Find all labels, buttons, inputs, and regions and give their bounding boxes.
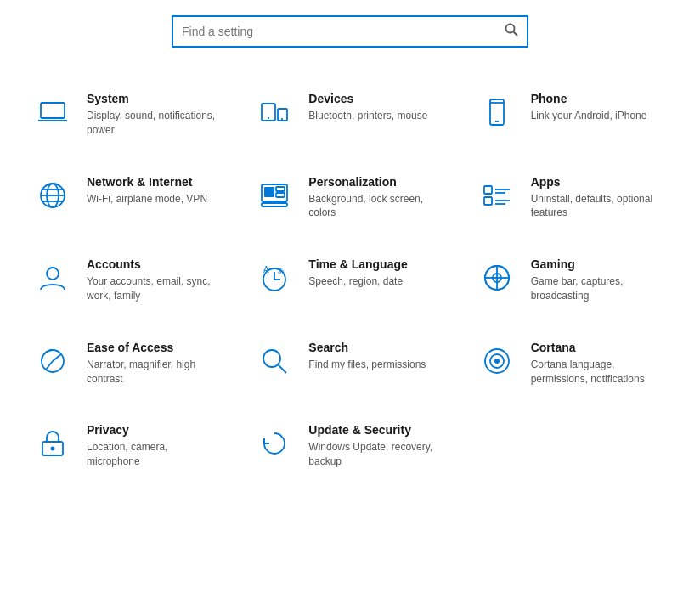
search-bar[interactable]: [172, 15, 528, 48]
laptop-icon: [32, 92, 73, 133]
settings-item-phone[interactable]: Phone Link your Android, iPhone: [461, 73, 683, 156]
update-subtitle: Windows Update, recovery, backup: [308, 440, 445, 469]
settings-item-cortana[interactable]: Cortana Cortana language, permissions, n…: [461, 322, 683, 405]
time-subtitle: Speech, region, date: [308, 274, 407, 289]
svg-line-40: [53, 354, 61, 361]
svg-rect-2: [41, 103, 65, 118]
search-title: Search: [308, 341, 426, 354]
apps-icon: [477, 175, 517, 216]
svg-point-28: [47, 268, 59, 280]
cortana-title: Cortana: [531, 341, 668, 354]
svg-point-42: [263, 350, 280, 367]
network-title: Network & Internet: [87, 175, 207, 189]
settings-item-time[interactable]: A あ Time & Language Speech, region, date: [239, 239, 460, 322]
phone-subtitle: Link your Android, iPhone: [531, 109, 647, 123]
svg-line-43: [279, 364, 287, 373]
svg-text:あ: あ: [278, 267, 285, 274]
settings-item-network[interactable]: Network & Internet Wi-Fi, airplane mode,…: [17, 156, 239, 240]
accounts-title: Accounts: [87, 257, 223, 271]
network-subtitle: Wi-Fi, airplane mode, VPN: [87, 192, 207, 206]
ease-subtitle: Narrator, magnifier, high contrast: [87, 358, 223, 387]
phone-title: Phone: [531, 92, 647, 105]
search-icon: [496, 23, 527, 40]
gaming-title: Gaming: [531, 257, 668, 271]
settings-item-personalization[interactable]: Personalization Background, lock screen,…: [239, 156, 460, 240]
privacy-subtitle: Location, camera, microphone: [87, 440, 223, 469]
settings-item-search[interactable]: Search Find my files, permissions: [239, 322, 460, 405]
settings-grid: System Display, sound, notifications, po…: [0, 73, 700, 488]
personalization-subtitle: Background, lock screen, colors: [308, 192, 445, 221]
svg-line-1: [514, 32, 518, 37]
privacy-title: Privacy: [87, 423, 223, 437]
system-subtitle: Display, sound, notifications, power: [87, 109, 223, 138]
time-title: Time & Language: [308, 257, 407, 271]
settings-item-devices[interactable]: Devices Bluetooth, printers, mouse: [239, 73, 460, 156]
search-input[interactable]: [173, 25, 496, 38]
apps-subtitle: Uninstall, defaults, optional features: [531, 192, 668, 221]
settings-item-ease[interactable]: Ease of Access Narrator, magnifier, high…: [17, 322, 239, 405]
apps-title: Apps: [531, 175, 668, 189]
devices-subtitle: Bluetooth, printers, mouse: [308, 109, 427, 123]
search-subtitle: Find my files, permissions: [308, 358, 426, 372]
personalization-icon: [254, 175, 295, 216]
settings-item-system[interactable]: System Display, sound, notifications, po…: [17, 73, 239, 156]
settings-item-accounts[interactable]: Accounts Your accounts, email, sync, wor…: [17, 239, 239, 322]
cortana-icon: [477, 341, 517, 381]
system-title: System: [87, 92, 223, 105]
search-settings-icon: [254, 341, 295, 381]
svg-text:A: A: [263, 265, 269, 274]
svg-point-48: [51, 447, 55, 451]
update-icon: [254, 423, 295, 464]
devices-title: Devices: [308, 92, 427, 105]
devices-icon: [254, 92, 295, 133]
settings-item-apps[interactable]: Apps Uninstall, defaults, optional featu…: [461, 156, 683, 240]
gaming-subtitle: Game bar, captures, broadcasting: [531, 274, 668, 303]
phone-icon: [477, 92, 517, 133]
accounts-subtitle: Your accounts, email, sync, work, family: [87, 274, 223, 303]
svg-rect-20: [276, 187, 285, 191]
settings-item-privacy[interactable]: Privacy Location, camera, microphone: [17, 404, 239, 488]
accounts-icon: [32, 257, 73, 298]
ease-title: Ease of Access: [87, 341, 223, 354]
settings-item-gaming[interactable]: Gaming Game bar, captures, broadcasting: [461, 239, 683, 322]
svg-rect-19: [264, 187, 274, 197]
svg-rect-21: [276, 193, 285, 197]
ease-icon: [32, 341, 73, 381]
settings-item-update[interactable]: Update & Security Windows Update, recove…: [239, 404, 460, 488]
svg-rect-23: [484, 197, 492, 205]
gaming-icon: [477, 257, 517, 298]
personalization-title: Personalization: [308, 175, 445, 189]
svg-point-46: [494, 359, 500, 364]
svg-line-41: [46, 361, 53, 370]
svg-point-0: [506, 25, 515, 33]
svg-rect-18: [262, 203, 287, 206]
privacy-icon: [32, 423, 73, 464]
network-icon: [32, 175, 73, 216]
svg-rect-22: [484, 186, 492, 194]
time-icon: A あ: [254, 257, 295, 298]
update-title: Update & Security: [308, 423, 445, 437]
cortana-subtitle: Cortana language, permissions, notificat…: [531, 358, 668, 387]
